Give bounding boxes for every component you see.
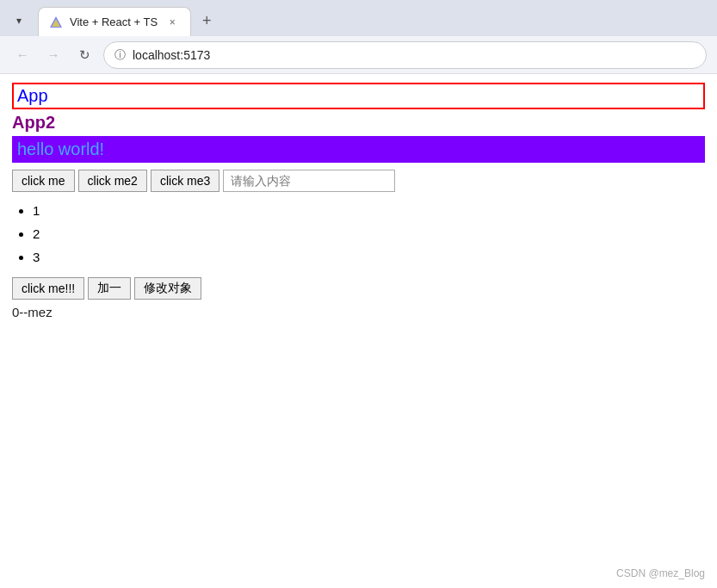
- address-bar[interactable]: ⓘ localhost:5173: [103, 41, 707, 69]
- forward-button[interactable]: →: [41, 43, 65, 67]
- hello-banner: hello world!: [12, 136, 705, 163]
- vite-favicon: [49, 15, 63, 29]
- page-content: App App2 hello world! click me click me2…: [0, 74, 717, 588]
- navigation-bar: ← → ↻ ⓘ localhost:5173: [0, 36, 717, 74]
- address-text: localhost:5173: [133, 48, 210, 62]
- tab-bar: ▾ Vite + React + TS × +: [0, 0, 717, 36]
- click-me3-button[interactable]: click me3: [151, 170, 219, 192]
- info-icon: ⓘ: [114, 47, 126, 63]
- watermark: CSDN @mez_Blog: [616, 567, 705, 579]
- button-row-2: click me!!! 加一 修改对象: [12, 277, 705, 300]
- tab-expand-button[interactable]: ▾: [7, 9, 31, 33]
- counter-text: 0--mez: [12, 305, 705, 319]
- click-me-button[interactable]: click me: [12, 170, 75, 192]
- new-tab-button[interactable]: +: [195, 9, 219, 33]
- active-tab[interactable]: Vite + React + TS ×: [38, 7, 191, 36]
- text-input[interactable]: [223, 170, 395, 192]
- click-me2-button[interactable]: click me2: [78, 170, 147, 192]
- app2-heading: App2: [12, 113, 705, 133]
- tab-close-button[interactable]: ×: [164, 15, 180, 30]
- button-row-1: click me click me2 click me3: [12, 170, 705, 192]
- list-item: 2: [33, 222, 705, 245]
- click-me-exclaim-button[interactable]: click me!!!: [12, 277, 84, 300]
- tab-title: Vite + React + TS: [70, 15, 158, 28]
- modify-obj-button[interactable]: 修改对象: [134, 277, 201, 300]
- back-button[interactable]: ←: [10, 43, 34, 67]
- add-one-button[interactable]: 加一: [88, 277, 131, 300]
- refresh-button[interactable]: ↻: [72, 43, 96, 67]
- app-heading: App: [12, 83, 705, 109]
- list-item: 3: [33, 245, 705, 269]
- number-list: 1 2 3: [33, 199, 705, 269]
- list-item: 1: [33, 199, 705, 222]
